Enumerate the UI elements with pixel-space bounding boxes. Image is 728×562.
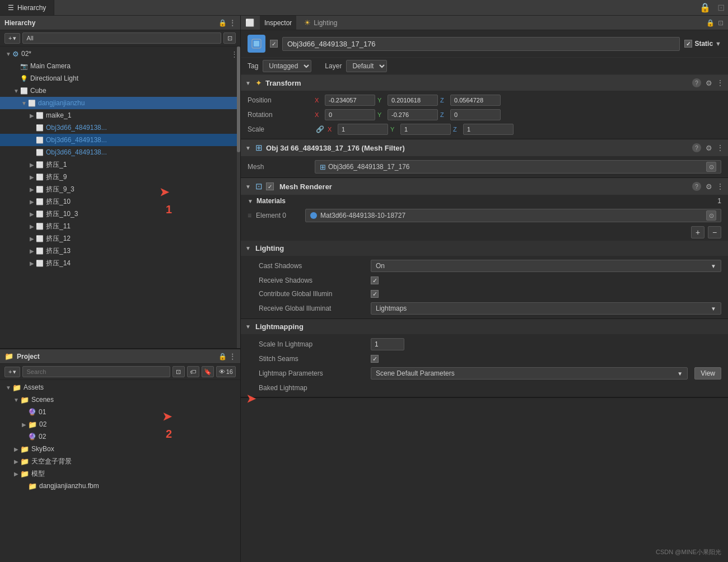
add-project-button[interactable]: + ▾ <box>4 367 20 377</box>
receive-shadows-checkbox[interactable] <box>371 277 379 284</box>
tree-item-folder02[interactable]: ▶ 📁 02 <box>0 418 240 430</box>
mat-add-btn[interactable]: + <box>691 226 704 238</box>
static-dropdown-icon[interactable]: ▼ <box>715 40 721 47</box>
tree-item-jiya9[interactable]: ▶ ⬜ 挤压_9 <box>0 171 240 183</box>
view-btn[interactable]: View <box>694 367 721 380</box>
tab-hierarchy[interactable]: ☰ Hierarchy <box>0 0 54 15</box>
add-hierarchy-button[interactable]: + ▾ <box>4 33 20 44</box>
mesh-filter-section: ▼ ⊞ Obj 3d 66_4849138_17_176 (Mesh Filte… <box>241 139 728 178</box>
filter-proj-icon[interactable]: 🏷 <box>187 366 199 377</box>
layer-select[interactable]: Default <box>346 60 387 72</box>
dots-project-icon[interactable]: ⋮ <box>229 353 236 360</box>
tree-item-obj2[interactable]: ▶ ⬜ Obj3d66_4849138... <box>0 134 240 146</box>
obj-enable-checkbox[interactable]: ✓ <box>270 40 278 48</box>
dots-hierarchy-icon[interactable]: ⋮ <box>229 19 236 27</box>
tree-root[interactable]: ▼ ⚙ 02* ⋮ <box>0 48 240 60</box>
tree-item-model[interactable]: ▶ 📁 模型 <box>0 467 240 480</box>
pos-y-field[interactable] <box>388 95 438 106</box>
add-label: ▾ <box>13 35 16 42</box>
hierarchy-scrollbar-track[interactable] <box>237 46 240 348</box>
maximize-icon[interactable]: ⊡ <box>714 0 728 15</box>
lightmap-params-dropdown[interactable]: Scene Default Parameters ▼ <box>371 367 688 380</box>
hierarchy-scrollbar-thumb[interactable] <box>237 46 240 152</box>
tree-item-dangjianjianzhu[interactable]: ▼ ⬜ dangjianjianzhu <box>0 97 240 109</box>
lock-icon[interactable]: 🔒 <box>696 0 714 15</box>
tree-item-jiya1[interactable]: ▶ ⬜ 挤压_1 <box>0 158 240 171</box>
lightmap-params-value: Scene Default Parameters <box>376 369 455 377</box>
eye-proj-icon[interactable]: 👁 16 <box>216 366 236 377</box>
jiya10-label: 挤压_10 <box>46 197 71 207</box>
jiya11-arrow: ▶ <box>28 223 36 230</box>
tree-item-fbm[interactable]: ▶ 📁 dangjianjianzhu.fbm <box>0 480 240 492</box>
expand-icon[interactable]: ⊡ <box>223 32 236 44</box>
stitch-seams-checkbox[interactable] <box>371 355 379 363</box>
tree-item-scenes[interactable]: ▼ 📁 Scenes <box>0 394 240 406</box>
tree-item-skybox[interactable]: ▶ 📁 SkyBox <box>0 443 240 455</box>
tree-item-jiya13[interactable]: ▶ ⬜ 挤压_13 <box>0 245 240 257</box>
maximize-inspector-icon[interactable]: ⊡ <box>718 19 724 27</box>
hierarchy-tab-label: Hierarchy <box>17 4 46 12</box>
transform-settings-icon[interactable]: ⚙ <box>706 79 712 87</box>
transform-help-icon[interactable]: ? <box>692 78 701 87</box>
obj-name-field[interactable] <box>282 37 680 51</box>
pos-z-field[interactable] <box>450 95 501 106</box>
jiya9-icon: ⬜ <box>36 174 44 181</box>
lock-hierarchy-icon[interactable]: 🔒 <box>218 19 227 27</box>
tree-item-skybox-bg[interactable]: ▶ 📁 天空盒子背景 <box>0 455 240 467</box>
transform-dots-icon[interactable]: ⋮ <box>717 79 724 87</box>
scale-z-field[interactable] <box>463 124 514 135</box>
tree-item-jiya93[interactable]: ▶ ⬜ 挤压_9_3 <box>0 183 240 195</box>
rot-z-field[interactable] <box>450 109 501 120</box>
lighting-sub-header[interactable]: ▼ Lighting <box>241 241 728 256</box>
tree-item-jiya14[interactable]: ▶ ⬜ 挤压_14 <box>0 257 240 269</box>
mesh-filter-settings-icon[interactable]: ⚙ <box>706 144 712 152</box>
tab-lighting[interactable]: ☀ Lighting <box>300 16 342 30</box>
static-checkbox[interactable]: ✓ <box>684 40 692 48</box>
project-search-input[interactable] <box>22 366 170 377</box>
tab-inspector[interactable]: Inspector <box>260 16 296 30</box>
pos-x-field[interactable] <box>325 95 375 106</box>
rot-y-field[interactable] <box>388 109 438 120</box>
lock-project-icon[interactable]: 🔒 <box>218 353 227 360</box>
tree-item-jiya11[interactable]: ▶ ⬜ 挤压_11 <box>0 220 240 232</box>
hierarchy-search-input[interactable] <box>22 32 221 44</box>
mesh-filter-help-icon[interactable]: ? <box>692 143 701 152</box>
tree-item-directional-light[interactable]: ▶ 💡 Directional Light <box>0 72 240 85</box>
mat-remove-btn[interactable]: − <box>708 226 721 238</box>
lightmap-params-label: Lightmap Parameters <box>259 369 371 377</box>
mesh-filter-header[interactable]: ▼ ⊞ Obj 3d 66_4849138_17_176 (Mesh Filte… <box>241 139 728 156</box>
scale-x-field[interactable] <box>338 124 388 135</box>
transform-header[interactable]: ▼ ✦ Transform ? ⚙ ⋮ <box>241 75 728 91</box>
scale-lightmap-field[interactable] <box>371 338 404 350</box>
tree-item-jiya103[interactable]: ▶ ⬜ 挤压_10_3 <box>0 208 240 220</box>
tree-item-scene01[interactable]: ▶ 🔮 01 <box>0 406 240 418</box>
contribute-gi-checkbox[interactable] <box>371 290 379 298</box>
mesh-renderer-settings-icon[interactable]: ⚙ <box>706 182 712 191</box>
tree-item-jiya12[interactable]: ▶ ⬜ 挤压_12 <box>0 232 240 245</box>
mesh-renderer-dots-icon[interactable]: ⋮ <box>717 182 724 190</box>
scale-y-field[interactable] <box>400 124 451 135</box>
mesh-filter-dots-icon[interactable]: ⋮ <box>717 144 724 152</box>
tree-item-obj1[interactable]: ▶ ⬜ Obj3d66_4849138... <box>0 121 240 134</box>
mesh-renderer-help-icon[interactable]: ? <box>692 182 701 191</box>
tree-item-main-camera[interactable]: ▶ 📷 Main Camera <box>0 60 240 72</box>
tree-item-maike1[interactable]: ▶ ⬜ maike_1 <box>0 109 240 121</box>
rot-x-field[interactable] <box>325 109 375 120</box>
tree-item-assets[interactable]: ▼ 📁 Assets <box>0 381 240 394</box>
mesh-renderer-checkbox[interactable]: ✓ <box>266 182 274 190</box>
receive-gi-dropdown[interactable]: Lightmaps ▼ <box>371 302 721 315</box>
expand-proj-icon[interactable]: ⊡ <box>172 366 185 377</box>
mat-target-btn[interactable]: ⊙ <box>706 210 716 221</box>
tag-proj-icon[interactable]: 🔖 <box>202 366 214 377</box>
tree-item-cube[interactable]: ▼ ⬜ Cube <box>0 85 240 97</box>
cast-shadows-dropdown[interactable]: On ▼ <box>371 260 721 272</box>
mesh-target-btn[interactable]: ⊙ <box>706 162 716 172</box>
tree-item-obj3[interactable]: ▶ ⬜ Obj3d66_4849138... <box>0 146 240 158</box>
tag-select[interactable]: Untagged <box>263 60 311 72</box>
tree-item-jiya10[interactable]: ▶ ⬜ 挤压_10 <box>0 195 240 208</box>
tree-item-scene02[interactable]: ▶ 🔮 02 <box>0 430 240 443</box>
lock-inspector-icon[interactable]: 🔒 <box>706 19 715 27</box>
lightmapping-header[interactable]: ▼ Lightmapping <box>241 319 728 334</box>
mesh-renderer-header[interactable]: ▼ ⊡ ✓ Mesh Renderer ? ⚙ ⋮ <box>241 178 728 195</box>
folder02-arrow: ▶ <box>20 421 28 428</box>
